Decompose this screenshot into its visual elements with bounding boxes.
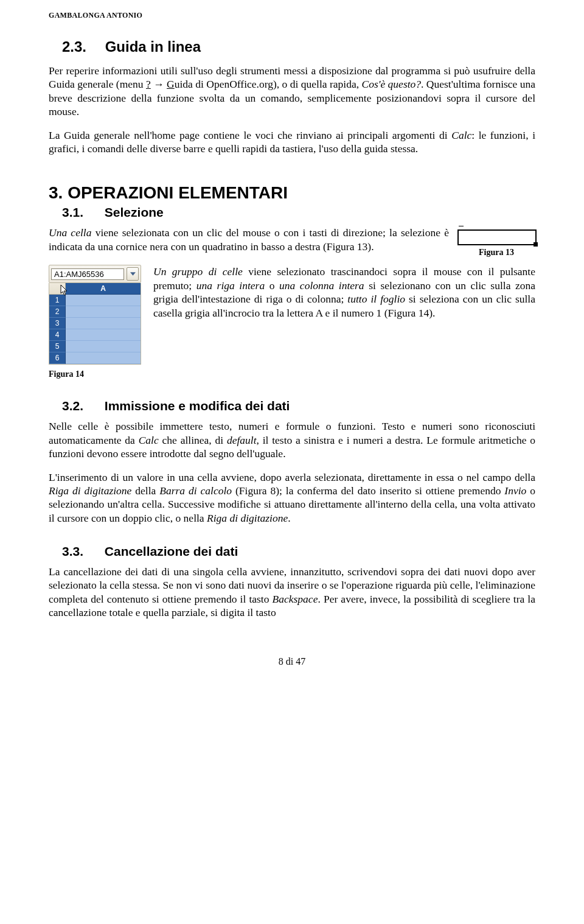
- heading-number: 3.1.: [62, 205, 101, 220]
- select-all-corner[interactable]: [49, 283, 66, 295]
- cell[interactable]: [66, 352, 141, 364]
- figure-14-caption: Figura 14: [49, 369, 535, 379]
- author-header: GAMBALONGA ANTONIO: [49, 11, 535, 20]
- paragraph: Per reperire informazioni utili sull'uso…: [49, 64, 535, 119]
- heading-2-3: 2.3. Guida in linea: [62, 38, 535, 55]
- name-box-dropdown[interactable]: [127, 267, 139, 281]
- row-header[interactable]: 5: [49, 341, 66, 352]
- heading-number: 2.3.: [62, 38, 101, 55]
- spreadsheet-grid: A 1 2 3 4 5 6: [49, 283, 141, 365]
- row-header[interactable]: 3: [49, 318, 66, 329]
- row-header[interactable]: 4: [49, 329, 66, 341]
- heading-number: 3.3.: [62, 544, 101, 559]
- tick-mark: [459, 226, 464, 226]
- paragraph: L'inserimento di un valore in una cella …: [49, 471, 535, 525]
- page-number: 8 di 47: [49, 656, 535, 667]
- selection-box-illustration: [457, 229, 537, 245]
- name-box-input[interactable]: A1:AMJ65536: [51, 268, 124, 280]
- cell[interactable]: [66, 306, 141, 318]
- figure-13: Figura 13: [457, 229, 535, 257]
- row-header[interactable]: 2: [49, 306, 66, 318]
- paragraph: Un gruppo di celle viene selezionato tra…: [153, 265, 535, 320]
- figure-14: A1:AMJ65536 A 1 2: [49, 265, 141, 365]
- heading-3: 3. OPERAZIONI ELEMENTARI: [49, 183, 535, 203]
- heading-title: Guida in linea: [105, 38, 201, 55]
- heading-3-3: 3.3. Cancellazione dei dati: [62, 544, 535, 559]
- heading-title: Selezione: [105, 205, 164, 219]
- cell[interactable]: [66, 318, 141, 329]
- paragraph: Una cella viene selezionata con un clic …: [49, 226, 449, 253]
- heading-number: 3.2.: [62, 399, 101, 413]
- paragraph: La cancellazione dei dati di una singola…: [49, 565, 535, 620]
- paragraph: La Guida generale nell'home page contien…: [49, 128, 535, 156]
- figure-13-caption: Figura 13: [457, 248, 535, 257]
- cell[interactable]: [66, 329, 141, 341]
- heading-3-1: 3.1. Selezione: [62, 205, 535, 220]
- fill-handle: [534, 242, 538, 247]
- heading-3-2: 3.2. Immissione e modifica dei dati: [62, 399, 535, 413]
- cell[interactable]: [66, 295, 141, 306]
- cell[interactable]: [66, 341, 141, 352]
- chevron-down-icon: [130, 272, 136, 276]
- row-header[interactable]: 6: [49, 352, 66, 364]
- heading-title: Cancellazione dei dati: [105, 544, 238, 558]
- heading-title: Immissione e modifica dei dati: [105, 399, 290, 413]
- paragraph: Nelle celle è possibile immettere testo,…: [49, 419, 535, 460]
- column-header-A[interactable]: A: [66, 283, 141, 295]
- row-header[interactable]: 1: [49, 295, 66, 306]
- name-box-bar: A1:AMJ65536: [49, 265, 141, 283]
